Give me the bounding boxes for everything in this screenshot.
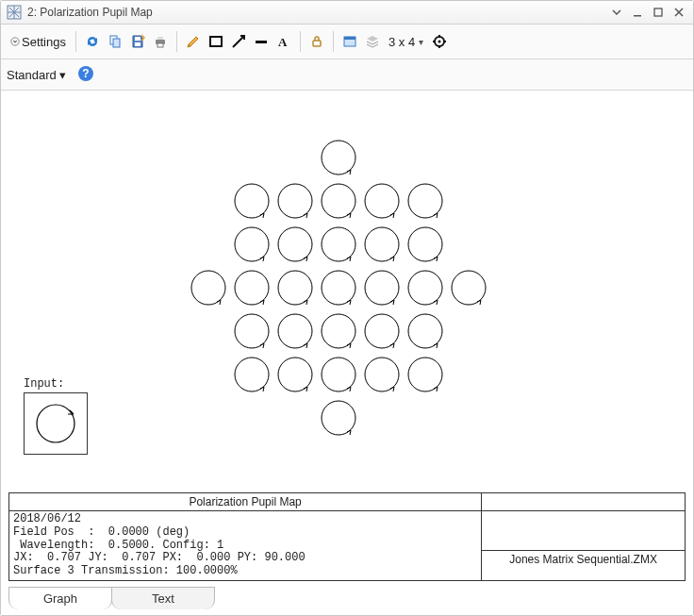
svg-point-33 bbox=[235, 271, 269, 305]
input-polarization-box: Input: bbox=[24, 377, 88, 455]
polarization-ellipse bbox=[276, 356, 314, 393]
svg-point-30 bbox=[365, 227, 399, 261]
footer-right-cell: Jones Matrix Sequential.ZMX bbox=[482, 511, 685, 580]
svg-rect-10 bbox=[157, 43, 163, 47]
pupil-grid bbox=[8, 94, 686, 464]
svg-point-50 bbox=[37, 405, 74, 442]
dropdown-menu-button[interactable] bbox=[608, 4, 625, 21]
toolbar-separator bbox=[333, 31, 334, 52]
app-icon bbox=[7, 5, 22, 20]
svg-point-3 bbox=[11, 38, 19, 45]
tab-label: Graph bbox=[43, 591, 77, 606]
svg-point-49 bbox=[322, 401, 355, 435]
refresh-icon[interactable] bbox=[82, 31, 103, 52]
pencil-icon[interactable] bbox=[183, 31, 204, 52]
tab-graph[interactable]: Graph bbox=[8, 587, 112, 609]
polarization-ellipse bbox=[276, 269, 314, 307]
svg-point-44 bbox=[235, 358, 269, 391]
save-icon[interactable] bbox=[127, 31, 148, 52]
svg-point-38 bbox=[452, 271, 486, 305]
polarization-ellipse bbox=[363, 312, 401, 350]
svg-point-39 bbox=[235, 314, 269, 348]
svg-point-31 bbox=[408, 227, 442, 261]
svg-point-47 bbox=[365, 358, 399, 391]
svg-point-43 bbox=[408, 314, 442, 348]
svg-point-46 bbox=[322, 358, 355, 391]
svg-point-27 bbox=[235, 227, 269, 261]
copy-icon[interactable] bbox=[105, 31, 125, 52]
svg-point-29 bbox=[322, 227, 355, 261]
svg-point-41 bbox=[322, 314, 355, 348]
stack-layers-icon[interactable] bbox=[362, 31, 383, 52]
settings-label: Settings bbox=[22, 35, 66, 49]
polarization-ellipse bbox=[233, 356, 271, 393]
maximize-button[interactable] bbox=[650, 4, 667, 21]
tab-text[interactable]: Text bbox=[111, 587, 215, 609]
svg-point-42 bbox=[365, 314, 399, 348]
toolbar-separator bbox=[75, 31, 76, 52]
polarization-ellipse bbox=[406, 182, 444, 220]
chevron-down-icon: ▾ bbox=[417, 37, 423, 47]
polarization-ellipse bbox=[320, 225, 357, 263]
svg-rect-5 bbox=[113, 39, 120, 47]
footer-filename: Jones Matrix Sequential.ZMX bbox=[482, 550, 685, 568]
svg-point-35 bbox=[322, 271, 355, 305]
toolbar-separator bbox=[176, 31, 177, 52]
footer-details-block: 2018/06/12 Field Pos : 0.0000 (deg) Wave… bbox=[9, 511, 482, 580]
polarization-ellipse bbox=[276, 312, 314, 350]
svg-point-40 bbox=[278, 314, 312, 348]
polarization-ellipse bbox=[320, 139, 357, 176]
line-arrow-tool-icon[interactable] bbox=[228, 31, 249, 52]
svg-text:?: ? bbox=[83, 67, 90, 80]
minimize-button[interactable] bbox=[629, 4, 646, 21]
lock-aspect-icon[interactable] bbox=[306, 31, 327, 52]
svg-rect-7 bbox=[135, 37, 140, 41]
window-layout-icon[interactable] bbox=[339, 31, 360, 52]
svg-point-21 bbox=[322, 141, 355, 175]
close-button[interactable] bbox=[670, 4, 687, 21]
standard-view-dropdown[interactable]: Standard ▾ bbox=[7, 68, 66, 82]
polarization-ellipse bbox=[363, 225, 401, 263]
svg-rect-12 bbox=[256, 41, 267, 43]
app-window: 2: Polarization Pupil Map Settings bbox=[0, 0, 694, 616]
polarization-ellipse bbox=[320, 312, 357, 350]
footer-empty-cell bbox=[482, 493, 685, 511]
pupil-map-plot bbox=[8, 94, 686, 464]
rectangle-tool-icon[interactable] bbox=[206, 31, 226, 52]
window-title: 2: Polarization Pupil Map bbox=[25, 6, 604, 19]
polarization-ellipse bbox=[320, 182, 357, 220]
svg-point-22 bbox=[235, 184, 269, 218]
footer-heading: Polarization Pupil Map bbox=[9, 493, 482, 511]
polarization-ellipse bbox=[406, 312, 444, 350]
polarization-ellipse bbox=[276, 225, 314, 263]
titlebar: 2: Polarization Pupil Map bbox=[1, 1, 693, 25]
svg-point-37 bbox=[408, 271, 442, 305]
standard-label: Standard bbox=[7, 68, 57, 82]
grid-dimensions-selector[interactable]: 3 x 4 ▾ bbox=[385, 31, 427, 52]
polarization-ellipse bbox=[320, 399, 357, 437]
polarization-ellipse bbox=[276, 182, 314, 220]
polarization-ellipse bbox=[320, 269, 357, 307]
svg-point-18 bbox=[438, 41, 441, 43]
text-tool-icon[interactable]: A bbox=[273, 31, 294, 52]
print-icon[interactable] bbox=[150, 31, 171, 52]
polarization-ellipse bbox=[233, 225, 271, 263]
input-ellipse-frame bbox=[24, 392, 88, 455]
polarization-ellipse bbox=[406, 269, 444, 307]
settings-expander[interactable]: Settings bbox=[7, 31, 70, 52]
help-icon[interactable]: ? bbox=[77, 65, 94, 85]
line-weight-icon[interactable] bbox=[251, 31, 272, 52]
chevron-down-icon: ▾ bbox=[59, 68, 66, 82]
svg-point-23 bbox=[278, 184, 312, 218]
polarization-ellipse bbox=[363, 356, 401, 393]
svg-point-48 bbox=[408, 358, 442, 391]
target-reset-icon[interactable] bbox=[429, 31, 450, 52]
svg-rect-1 bbox=[634, 15, 641, 17]
footer-info-table: Polarization Pupil Map 2018/06/12 Field … bbox=[8, 492, 686, 581]
svg-rect-9 bbox=[157, 37, 163, 40]
polarization-ellipse bbox=[406, 225, 444, 263]
svg-point-25 bbox=[365, 184, 399, 218]
content-area: Input: Polarization Pupil Map 2018/06/12… bbox=[1, 91, 693, 615]
polarization-ellipse bbox=[233, 269, 271, 307]
polarization-ellipse bbox=[363, 182, 401, 220]
